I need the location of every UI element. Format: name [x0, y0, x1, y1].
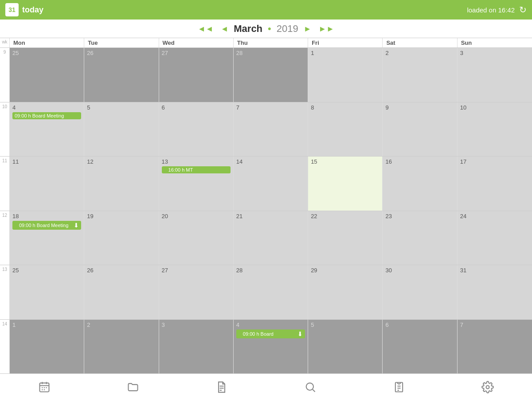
day-cell-week0-day4[interactable]: 1 — [308, 48, 383, 102]
event-bar[interactable]: 09:00 h Board⬇ — [236, 329, 305, 338]
month-label: March — [234, 23, 262, 35]
day-cell-week3-day4[interactable]: 22 — [308, 211, 383, 265]
week-row-2: 1111121316:00 h MT14151617 — [0, 157, 532, 211]
day-cell-week4-day6[interactable]: 31 — [458, 265, 532, 319]
day-cell-week3-day0[interactable]: 1809:00 h Board Meeting⬇ — [10, 211, 84, 265]
day-cell-week2-day6[interactable]: 17 — [458, 157, 532, 211]
week-number-1: 10 — [0, 102, 10, 157]
day-number: 2 — [385, 50, 454, 56]
day-cell-week1-day0[interactable]: 409:00 h Board Meeting — [10, 102, 84, 157]
event-download-icon[interactable]: ⬇ — [74, 222, 79, 229]
day-cell-week3-day3[interactable]: 21 — [234, 211, 308, 265]
day-number: 28 — [236, 267, 305, 274]
nav-calendar-icon[interactable] — [38, 381, 51, 393]
nav-folder-icon[interactable] — [127, 381, 139, 393]
day-cell-week0-day3[interactable]: 28 — [234, 48, 308, 102]
day-number: 1 — [311, 50, 379, 56]
loaded-on-text: loaded on 16:42 — [467, 6, 515, 14]
day-cell-week2-day0[interactable]: 11 — [10, 157, 84, 211]
next-month-button[interactable]: ► — [302, 24, 313, 34]
day-cell-week2-day2[interactable]: 1316:00 h MT — [159, 157, 234, 211]
day-cell-week5-day4[interactable]: 5 — [308, 320, 383, 374]
day-cell-week2-day5[interactable]: 16 — [383, 157, 457, 211]
day-number: 25 — [12, 267, 81, 274]
event-text: 09:00 h Board Meeting — [19, 223, 68, 228]
day-number: 14 — [236, 158, 305, 165]
calendar-container: wk MonTueWedThuFriSatSun 925262728123104… — [0, 38, 532, 373]
day-cell-week3-day6[interactable]: 24 — [458, 211, 532, 265]
day-cell-week4-day1[interactable]: 26 — [84, 265, 159, 319]
day-cell-week1-day2[interactable]: 6 — [159, 102, 234, 157]
day-cell-week3-day1[interactable]: 19 — [84, 211, 159, 265]
day-number: 23 — [385, 213, 454, 220]
calendar-date-icon: 31 — [5, 3, 19, 16]
today-button[interactable]: today — [22, 5, 43, 15]
event-dot — [164, 169, 167, 171]
day-cell-week4-day3[interactable]: 28 — [234, 265, 308, 319]
day-cell-week0-day5[interactable]: 2 — [383, 48, 457, 102]
day-number: 24 — [460, 213, 529, 220]
day-number: 10 — [460, 104, 529, 111]
day-cell-week0-day6[interactable]: 3 — [458, 48, 532, 102]
month-navigation: ◄◄ ◄ March • 2019 ► ►► — [0, 20, 532, 38]
day-cell-week5-day5[interactable]: 6 — [383, 320, 457, 374]
nav-document-icon[interactable] — [215, 381, 228, 393]
nav-settings-icon[interactable] — [481, 381, 494, 393]
event-bar[interactable]: 09:00 h Board Meeting — [12, 112, 81, 119]
day-of-week-header: wk MonTueWedThuFriSatSun — [0, 38, 532, 48]
day-number: 18 — [12, 213, 81, 220]
event-bar[interactable]: 16:00 h MT — [162, 166, 231, 173]
day-number: 25 — [12, 50, 81, 56]
week-number-0: 9 — [0, 48, 10, 102]
day-number: 11 — [12, 158, 81, 165]
day-number: 2 — [87, 322, 156, 328]
day-cell-week5-day2[interactable]: 3 — [159, 320, 234, 374]
nav-clipboard-icon[interactable] — [393, 381, 405, 393]
day-cell-week5-day3[interactable]: 409:00 h Board⬇ — [234, 320, 308, 374]
day-number: 22 — [311, 213, 379, 220]
refresh-icon[interactable]: ↻ — [519, 4, 527, 15]
top-bar-left: 31 today — [5, 3, 43, 16]
week-row-5: 14123409:00 h Board⬇567 — [0, 320, 532, 374]
day-cell-week5-day6[interactable]: 7 — [458, 320, 532, 374]
day-cell-week1-day3[interactable]: 7 — [234, 102, 308, 157]
day-cell-week1-day1[interactable]: 5 — [84, 102, 159, 157]
day-cell-week0-day0[interactable]: 25 — [10, 48, 84, 102]
event-text: 16:00 h MT — [168, 167, 193, 173]
day-cell-week3-day5[interactable]: 23 — [383, 211, 457, 265]
day-cell-week5-day1[interactable]: 2 — [84, 320, 159, 374]
day-cell-week4-day2[interactable]: 27 — [159, 265, 234, 319]
day-number: 7 — [236, 104, 305, 111]
day-cell-week2-day3[interactable]: 14 — [234, 157, 308, 211]
prev-prev-month-button[interactable]: ◄◄ — [196, 24, 215, 34]
day-cell-week1-day4[interactable]: 8 — [308, 102, 383, 157]
day-cell-week4-day0[interactable]: 25 — [10, 265, 84, 319]
day-number: 21 — [236, 213, 305, 220]
day-cell-week0-day2[interactable]: 27 — [159, 48, 234, 102]
day-cell-week5-day0[interactable]: 1 — [10, 320, 84, 374]
dow-sat: Sat — [383, 38, 457, 47]
dow-sun: Sun — [458, 38, 532, 47]
day-cell-week2-day1[interactable]: 12 — [84, 157, 159, 211]
event-bar[interactable]: 09:00 h Board Meeting⬇ — [12, 221, 81, 230]
day-number: 27 — [162, 50, 231, 56]
nav-search-icon[interactable] — [304, 381, 317, 393]
year-label: 2019 — [277, 23, 298, 35]
dow-wed: Wed — [159, 38, 234, 47]
prev-month-button[interactable]: ◄ — [219, 24, 230, 34]
day-cell-week4-day5[interactable]: 30 — [383, 265, 457, 319]
event-download-icon[interactable]: ⬇ — [297, 330, 303, 337]
day-number: 5 — [87, 104, 156, 111]
next-next-month-button[interactable]: ►► — [317, 24, 336, 34]
day-number: 28 — [236, 50, 305, 56]
day-cell-week0-day1[interactable]: 26 — [84, 48, 159, 102]
day-number: 9 — [385, 104, 454, 111]
bottom-navigation — [0, 373, 532, 400]
day-cell-week1-day5[interactable]: 9 — [383, 102, 457, 157]
day-cell-week3-day2[interactable]: 20 — [159, 211, 234, 265]
day-number: 5 — [311, 322, 379, 328]
day-cell-week2-day4[interactable]: 15 — [308, 157, 383, 211]
day-cell-week1-day6[interactable]: 10 — [458, 102, 532, 157]
day-cell-week4-day4[interactable]: 29 — [308, 265, 383, 319]
wk-header-label: wk — [0, 38, 10, 47]
